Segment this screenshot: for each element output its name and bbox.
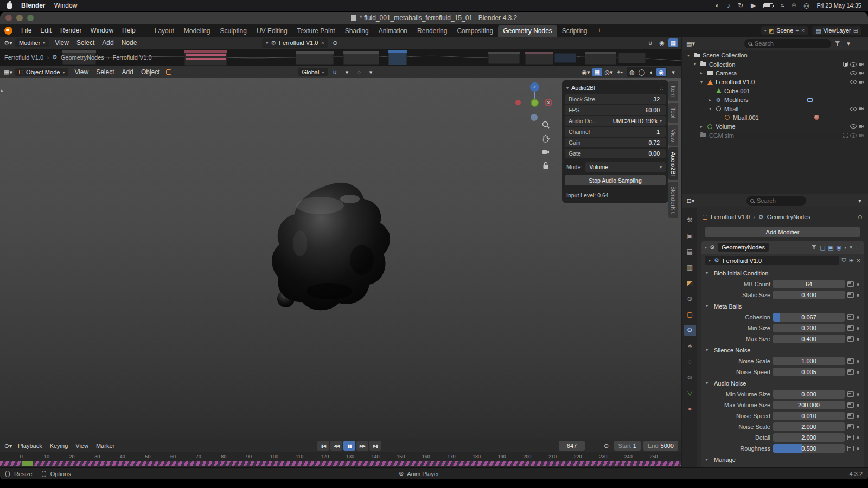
outliner-row-modifiers[interactable]: ▸⚙ Modifiers: [682, 95, 868, 104]
overlays-icon[interactable]: ◎▾: [604, 68, 614, 76]
zoom-window-button[interactable]: [27, 15, 34, 21]
tab-render-icon[interactable]: ▣: [684, 230, 696, 241]
animate-dot[interactable]: [857, 426, 859, 428]
timeline-menu-item[interactable]: Playback: [14, 441, 46, 450]
value-field[interactable]: 0.200: [773, 324, 845, 332]
new-scene-button[interactable]: +: [795, 27, 799, 34]
panel-grip-icon[interactable]: ::: [660, 85, 664, 91]
material-icon[interactable]: [814, 115, 819, 120]
drag-handle-icon[interactable]: ::: [856, 243, 860, 251]
hide-eye-icon[interactable]: [850, 124, 857, 129]
timeline-menu-item[interactable]: Keying: [46, 441, 72, 450]
section-manage[interactable]: ▸Manage: [701, 454, 864, 465]
audio-panel-field[interactable]: FPS 60.00: [565, 105, 666, 115]
audio-panel-field[interactable]: Gate 0.00: [565, 149, 666, 158]
workspace-tab[interactable]: Texture Paint: [292, 25, 340, 37]
pin-icon[interactable]: ⊙: [330, 38, 340, 47]
node-preview-toggle-icon[interactable]: ▦: [668, 38, 678, 47]
browse-scene-icon[interactable]: ▾: [764, 28, 767, 33]
attribute-toggle-icon[interactable]: [847, 292, 854, 298]
window-menu[interactable]: Window: [54, 2, 78, 9]
tab-material-icon[interactable]: ●: [684, 403, 696, 414]
animate-dot[interactable]: [857, 360, 859, 363]
hide-eye-icon[interactable]: [850, 71, 857, 75]
workspace-tab[interactable]: Geometry Nodes: [498, 25, 557, 37]
editor-type-icon[interactable]: ▦▾: [3, 68, 13, 76]
modifier-extras-icon[interactable]: ▾: [844, 245, 846, 250]
workspace-tab[interactable]: UV Editing: [252, 25, 292, 37]
shading-dropdown-icon[interactable]: ▾: [668, 68, 678, 76]
value-field[interactable]: 0.005: [773, 368, 845, 376]
tab-world-icon[interactable]: ⊕: [684, 293, 696, 304]
audio-panel-field[interactable]: Gain 0.72: [565, 138, 666, 147]
attribute-toggle-icon[interactable]: [847, 325, 854, 331]
snap-magnet-icon[interactable]: ∪: [330, 68, 340, 76]
blender-logo-icon[interactable]: [4, 27, 12, 35]
attribute-toggle-icon[interactable]: [847, 424, 854, 429]
animate-dot[interactable]: [857, 371, 859, 374]
editor-type-icon[interactable]: ⊙▾: [3, 441, 13, 450]
prev-keyframe-button[interactable]: ◀◀: [330, 441, 342, 451]
shading-rendered-icon[interactable]: ◉: [656, 68, 666, 76]
audio2bl-panel[interactable]: ▾ Audio2Bl :: Block Size 32 FPS 60.0: [562, 80, 668, 203]
hide-eye-icon[interactable]: [850, 107, 857, 111]
gizmo-x-neg-axis[interactable]: [515, 100, 521, 105]
hide-eye-icon[interactable]: [850, 80, 857, 84]
snap-dropdown-icon[interactable]: ▾: [342, 68, 352, 76]
zoom-icon[interactable]: [541, 120, 550, 129]
stop-player-icon[interactable]: ⊗: [399, 470, 404, 477]
gizmo-x-axis[interactable]: X: [545, 99, 552, 106]
workspace-tab[interactable]: Animation: [374, 25, 412, 37]
value-field[interactable]: 2.000: [773, 433, 845, 442]
tab-particles-icon[interactable]: ∗: [684, 341, 696, 351]
modifier-name-field[interactable]: GeometryNodes: [718, 243, 769, 252]
attribute-toggle-icon[interactable]: [847, 391, 854, 397]
spotlight-icon[interactable]: ⌾: [792, 2, 796, 9]
node-group-selector[interactable]: ▾ ⚙ Ferrofluid V1.0: [705, 256, 839, 265]
collapse-arrow-icon[interactable]: ▾: [566, 86, 569, 91]
outliner-row-collection[interactable]: ▾ Collection: [682, 60, 868, 68]
scene-selector[interactable]: ▾ ◩ Scene + ×: [761, 26, 808, 35]
jump-to-end-button[interactable]: ▶▮: [369, 441, 381, 451]
animate-dot[interactable]: [857, 327, 859, 330]
animate-dot[interactable]: [857, 436, 859, 439]
value-field[interactable]: 1.000: [773, 357, 845, 365]
realtime-toggle-icon[interactable]: ▣: [828, 244, 833, 251]
tab-blenderkit[interactable]: BlenderKit: [668, 182, 678, 218]
vertex-group-filter-icon[interactable]: [812, 245, 816, 249]
node-editor-menu-item[interactable]: Add: [98, 38, 117, 48]
topbar-menu-item[interactable]: Edit: [36, 25, 56, 36]
node-editor-menu-item[interactable]: Select: [73, 38, 98, 48]
control-center-icon[interactable]: ◎: [803, 2, 809, 9]
metaball-object[interactable]: [269, 177, 401, 319]
tab-object-icon[interactable]: ▢: [684, 309, 696, 320]
realtime-toggle-icon[interactable]: [807, 98, 813, 102]
section-blob-initial[interactable]: ▾Blob Initial Condition: [701, 267, 864, 279]
outliner-row-ferrofluid[interactable]: ▾ Ferrofluid V1.0: [682, 78, 868, 86]
attribute-toggle-icon[interactable]: [847, 435, 854, 440]
xray-toggle-icon[interactable]: ▦: [592, 68, 602, 76]
add-modifier-button[interactable]: Add Modifier: [705, 227, 860, 237]
animate-dot[interactable]: [857, 338, 859, 341]
topbar-menu-item[interactable]: File: [17, 25, 36, 36]
shading-solid-icon[interactable]: ◯: [637, 68, 647, 76]
clock-icon[interactable]: ⊙: [602, 441, 611, 450]
render-toggle-icon[interactable]: ◉: [837, 244, 842, 251]
render-visibility-icon[interactable]: [859, 62, 865, 67]
delete-modifier-icon[interactable]: ×: [849, 243, 853, 251]
node-editor-canvas[interactable]: Ferrofluid V1.0 › ⚙ GeometryNodes › Ferr…: [0, 49, 681, 66]
section-meta-balls[interactable]: ▾Meta Balls: [701, 300, 864, 312]
workspace-tab[interactable]: Rendering: [412, 25, 452, 37]
tab-item[interactable]: Item: [668, 81, 678, 101]
hide-eye-icon[interactable]: [850, 133, 857, 138]
pan-hand-icon[interactable]: [541, 134, 550, 143]
gizmo-y-axis[interactable]: [531, 99, 539, 107]
navigation-gizmo[interactable]: Z X: [510, 82, 560, 132]
attribute-toggle-icon[interactable]: [847, 336, 854, 342]
tab-scene-icon[interactable]: ◩: [684, 278, 696, 288]
editmode-toggle-icon[interactable]: ▢: [820, 244, 825, 251]
value-slider[interactable]: 0.067: [773, 313, 845, 322]
window-titlebar[interactable]: * fluid_001_metaballs_ferrofluid_15_01 -…: [0, 12, 868, 24]
pin-icon[interactable]: ⊙: [858, 214, 863, 221]
stop-audio-sampling-button[interactable]: Stop Audio Sampling: [565, 175, 666, 185]
